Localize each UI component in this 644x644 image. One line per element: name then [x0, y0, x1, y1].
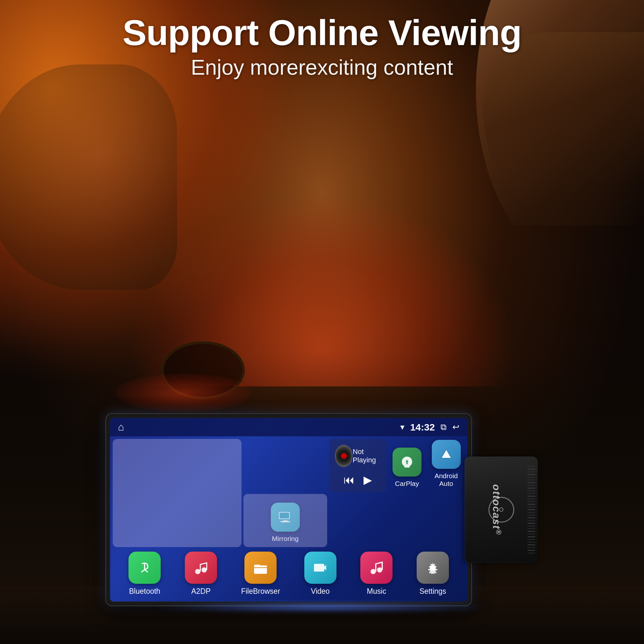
device-container: ⌂ ▾ 14:32 ⧉ ↩ Not P — [106, 414, 538, 605]
device-vents — [525, 463, 538, 556]
prev-button[interactable]: ⏮ — [344, 474, 355, 486]
vent-line — [527, 534, 535, 534]
vent-line — [527, 469, 535, 469]
music-widget: Not Playing ⏮ ▶ — [329, 439, 386, 492]
note-svg — [193, 559, 209, 576]
svg-point-3 — [195, 569, 200, 574]
empty-cell-1 — [329, 494, 373, 547]
bluetooth-label: Bluetooth — [129, 587, 160, 596]
video-item[interactable]: Video — [304, 552, 336, 596]
widget-tile-2 — [243, 494, 327, 547]
carplay-label: CarPlay — [395, 480, 419, 488]
vent-line — [527, 528, 535, 529]
vent-line — [527, 499, 535, 499]
vent-line — [527, 496, 535, 496]
screen-bezel: ⌂ ▾ 14:32 ⧉ ↩ Not P — [106, 414, 471, 605]
ottocast-brand-text: ottocast® — [491, 484, 503, 535]
music-item[interactable]: Music — [360, 552, 393, 596]
ottocast-brand-name: ottocast — [491, 484, 503, 529]
vent-line — [527, 531, 535, 531]
androidauto-label: Android Auto — [428, 472, 465, 488]
vent-line — [527, 491, 535, 491]
music-label: Music — [367, 587, 386, 596]
status-bar: ⌂ ▾ 14:32 ⧉ ↩ — [110, 418, 467, 436]
bluetooth-item[interactable]: Bluetooth — [128, 552, 161, 596]
a2dp-label: A2DP — [191, 587, 211, 596]
video-icon — [304, 552, 336, 584]
vent-line — [527, 477, 535, 478]
bluetooth-icon — [128, 552, 161, 584]
bottom-apps-row: Bluetooth A2DP — [110, 548, 467, 601]
vent-line — [527, 515, 535, 515]
carplay-icon — [393, 448, 421, 477]
vent-line — [527, 466, 535, 467]
video-label: Video — [311, 587, 330, 596]
svg-rect-5 — [254, 565, 267, 574]
filebrowser-item[interactable]: FileBrowser — [241, 552, 280, 596]
vent-line — [527, 512, 535, 513]
vent-line — [527, 520, 535, 521]
androidauto-cell[interactable]: Android Auto — [428, 439, 465, 492]
settings-icon — [417, 552, 449, 584]
vent-line — [527, 547, 535, 548]
video-svg — [312, 559, 329, 576]
ottocast-device: O ottocast® — [465, 457, 538, 563]
folder-svg — [252, 559, 269, 576]
play-button[interactable]: ▶ — [364, 473, 372, 486]
vent-line — [527, 488, 535, 488]
vent-line — [527, 507, 535, 507]
back-icon[interactable]: ↩ — [452, 422, 459, 432]
copy-icon: ⧉ — [440, 422, 447, 432]
filebrowser-label: FileBrowser — [241, 587, 280, 596]
a2dp-item[interactable]: A2DP — [185, 552, 217, 596]
androidauto-icon — [432, 440, 461, 469]
vent-line — [527, 526, 535, 526]
status-time: 14:32 — [410, 422, 435, 433]
status-right-icons: ▾ 14:32 ⧉ ↩ — [400, 422, 460, 433]
filebrowser-icon — [244, 552, 277, 584]
headline-sub: Enjoy morerexciting content — [0, 55, 644, 80]
svg-rect-6 — [314, 564, 324, 572]
settings-item[interactable]: Settings — [417, 552, 449, 596]
home-icon[interactable]: ⌂ — [118, 421, 124, 433]
empty-cell-3 — [421, 494, 465, 547]
music-svg — [368, 559, 385, 576]
music-icon — [360, 552, 393, 584]
widget-tile-1 — [113, 439, 241, 547]
vent-line — [527, 539, 535, 540]
vent-line — [527, 493, 535, 494]
svg-point-4 — [202, 567, 207, 573]
androidauto-svg — [438, 446, 455, 463]
carplay-cell[interactable]: CarPlay — [388, 439, 426, 492]
svg-point-8 — [371, 569, 376, 574]
vent-line — [527, 542, 535, 542]
headline-section: Support Online Viewing Enjoy morerexciti… — [0, 13, 644, 80]
vent-line — [527, 474, 535, 475]
wifi-icon: ▾ — [400, 422, 404, 432]
music-controls: ⏮ ▶ — [335, 473, 381, 486]
screen-glow — [149, 602, 495, 612]
a2dp-icon — [185, 552, 217, 584]
headline-main: Support Online Viewing — [0, 13, 644, 52]
carplay-svg — [399, 454, 415, 470]
vent-line — [527, 536, 535, 537]
ottocast-registered: ® — [495, 529, 503, 535]
vent-line — [527, 553, 535, 553]
vent-line — [527, 501, 535, 502]
vent-line — [527, 509, 535, 510]
vent-line — [527, 480, 535, 480]
vent-line — [527, 550, 535, 550]
empty-cell-2 — [375, 494, 419, 547]
settings-label: Settings — [419, 587, 446, 596]
vent-line — [527, 485, 535, 486]
not-playing-label: Not Playing — [353, 448, 381, 464]
vent-line — [527, 472, 535, 472]
screen-display: ⌂ ▾ 14:32 ⧉ ↩ Not P — [110, 418, 467, 601]
seat-left — [0, 64, 177, 290]
gear-svg — [424, 559, 441, 576]
vent-line — [527, 482, 535, 483]
svg-point-9 — [377, 567, 382, 573]
phone-svg — [136, 559, 153, 576]
vent-line — [527, 517, 535, 518]
vent-line — [527, 504, 535, 504]
